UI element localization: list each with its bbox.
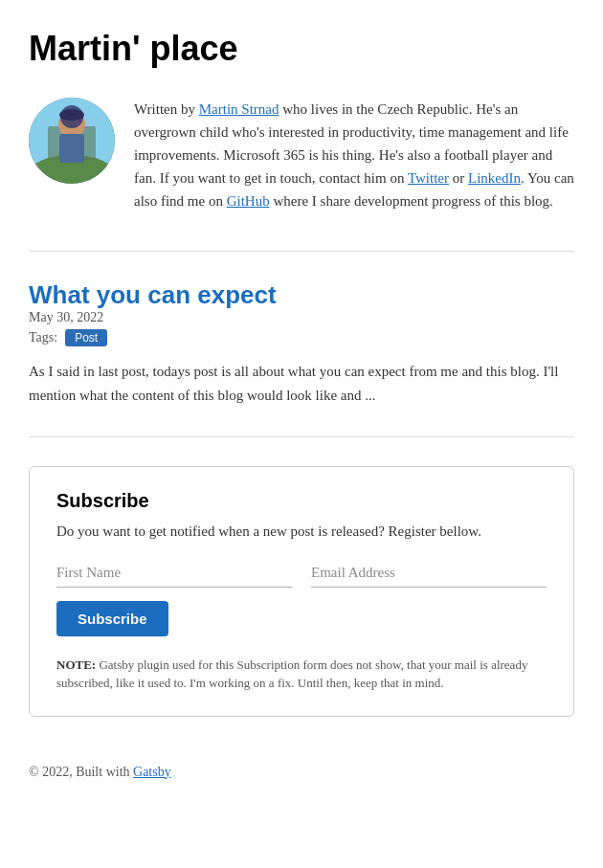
section-divider-bottom (29, 436, 574, 437)
bio-github-after: where I share development progress of th… (270, 193, 553, 209)
tag-badge: Post (65, 329, 107, 346)
post-date: May 30, 2022 (29, 310, 574, 325)
section-divider-top (29, 251, 574, 252)
subscribe-note: NOTE: Gatsby plugin used for this Subscr… (56, 656, 547, 693)
svg-point-6 (59, 109, 84, 121)
author-section: Written by Martin Strnad who lives in th… (29, 98, 574, 212)
footer: © 2022, Built with Gatsby (29, 755, 574, 780)
subscribe-title: Subscribe (56, 490, 547, 512)
author-name-link[interactable]: Martin Strnad (199, 101, 279, 117)
note-label: NOTE: (56, 657, 96, 672)
twitter-link[interactable]: Twitter (408, 170, 449, 186)
subscribe-button[interactable]: Subscribe (56, 601, 168, 636)
subscribe-box: Subscribe Do you want to get notified wh… (29, 466, 574, 717)
linkedin-link[interactable]: LinkedIn (468, 170, 521, 186)
avatar-image (29, 98, 115, 184)
post-title-link[interactable]: What you can expect (29, 280, 277, 309)
post-tags: Tags: Post (29, 329, 574, 346)
gatsby-link[interactable]: Gatsby (133, 765, 171, 779)
footer-text: © 2022, Built with (29, 765, 133, 779)
svg-rect-4 (59, 134, 84, 163)
author-bio: Written by Martin Strnad who lives in th… (134, 98, 574, 212)
post-excerpt: As I said in last post, todays post is a… (29, 360, 574, 408)
email-input[interactable] (311, 559, 547, 588)
subscribe-button-row: Subscribe (56, 601, 547, 636)
post-section: What you can expect May 30, 2022 Tags: P… (29, 280, 574, 408)
bio-before: Written by (134, 101, 199, 117)
bio-or: or (449, 170, 468, 186)
tags-label: Tags: (29, 330, 57, 345)
note-text: Gatsby plugin used for this Subscription… (56, 657, 527, 691)
form-fields (56, 559, 547, 588)
github-link[interactable]: GitHub (227, 193, 270, 209)
first-name-input[interactable] (56, 559, 292, 588)
subscribe-form: Subscribe NOTE: Gatsby plugin used for t… (56, 559, 547, 693)
site-title: Martin' place (29, 29, 574, 69)
avatar (29, 98, 115, 184)
subscribe-description: Do you want to get notified when a new p… (56, 523, 547, 540)
